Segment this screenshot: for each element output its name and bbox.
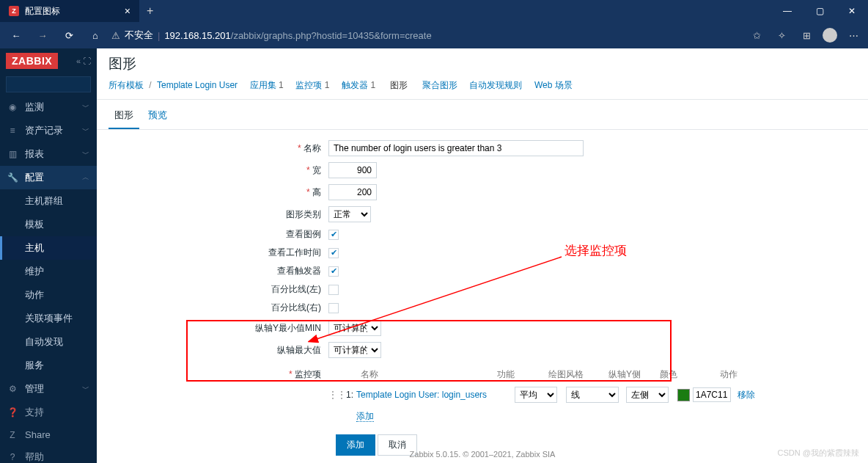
security-label: 不安全 [125, 29, 153, 42]
nav-inventory[interactable]: ≡资产记录﹀ [0, 119, 97, 142]
page-title: 图形 [108, 54, 856, 73]
nav-support[interactable]: ❓支持 [0, 401, 97, 424]
sidebar-item-discovery[interactable]: 自动发现 [0, 330, 97, 354]
sidebar-item-hostgroups[interactable]: 主机群组 [0, 189, 97, 213]
bc-items[interactable]: 监控项 1 [295, 80, 329, 90]
type-select[interactable]: 正常 [328, 206, 371, 222]
triggers-checkbox[interactable]: ✔ [328, 266, 339, 277]
menu-icon[interactable]: ⋯ [845, 30, 862, 41]
collections-icon[interactable]: ✧ [773, 30, 790, 41]
list-icon: ≡ [7, 125, 18, 136]
bc-template[interactable]: Template Login User [157, 80, 238, 90]
address-bar[interactable]: ⚠ 不安全 | 192.168.15.201/zabbix/graphs.php… [111, 29, 742, 42]
label-items: 监控项 [108, 364, 328, 381]
sidebar-item-templates[interactable]: 模板 [0, 213, 97, 236]
refresh-button[interactable]: ⟳ [59, 25, 79, 45]
row-func-select[interactable]: 平均 [515, 387, 557, 403]
bc-web[interactable]: Web 场景 [534, 80, 573, 90]
remove-link[interactable]: 移除 [738, 390, 755, 400]
tab-graph[interactable]: 图形 [108, 104, 139, 129]
forward-button: → [32, 25, 53, 45]
window-controls: — ▢ ✕ [771, 0, 868, 22]
tab-preview[interactable]: 预览 [142, 104, 173, 128]
favorites-icon[interactable]: ✩ [748, 30, 765, 41]
minimize-button[interactable]: — [771, 0, 803, 22]
ymax-select[interactable]: 可计算的 [328, 342, 381, 358]
content: 图形 所有模板 / Template Login User 应用集 1 监控项 … [97, 48, 868, 463]
bc-triggers[interactable]: 触发器 1 [342, 80, 375, 90]
footer: Zabbix 5.0.15. © 2001–2021, Zabbix SIA [97, 445, 868, 463]
item-link[interactable]: Template Login User: login_users [356, 390, 515, 400]
tab-title: 配置图标 [25, 5, 60, 18]
chart-icon: ▥ [7, 149, 18, 159]
label-height: 高 [108, 186, 328, 199]
sidebar-collapse-icon[interactable]: «⛶ [76, 56, 91, 65]
width-input[interactable] [328, 162, 377, 178]
back-button[interactable]: ← [6, 25, 26, 45]
label-pleft: 百分比线(左) [108, 283, 328, 296]
chevron-down-icon: ﹀ [82, 149, 89, 159]
sidebar-item-maintenance[interactable]: 维护 [0, 260, 97, 283]
new-tab-button[interactable]: + [139, 4, 161, 18]
chevron-down-icon: ﹀ [82, 125, 89, 136]
tab-bar: 图形 预览 [97, 100, 868, 130]
label-width: 宽 [108, 164, 328, 177]
logo[interactable]: ZABBIX [6, 53, 58, 69]
drag-handle-icon[interactable]: ⋮⋮ [328, 390, 342, 400]
home-button[interactable]: ⌂ [85, 25, 106, 45]
add-item-link[interactable]: 添加 [356, 411, 374, 422]
nav-monitoring[interactable]: ◉监测﹀ [0, 95, 97, 119]
eye-icon: ◉ [7, 102, 18, 112]
label-type: 图形类别 [108, 208, 328, 221]
bc-aggregate[interactable]: 聚合图形 [422, 80, 457, 90]
gear-icon: ⚙ [7, 384, 18, 394]
form: 名称 宽 高 图形类别 正常 查看图例 ✔ 查看工作时间 ✔ [97, 130, 868, 463]
worktime-checkbox[interactable]: ✔ [328, 248, 339, 258]
height-input[interactable] [328, 184, 377, 200]
row-axis-select[interactable]: 左侧 [626, 387, 669, 403]
wrench-icon: 🔧 [7, 172, 18, 183]
name-input[interactable] [328, 140, 584, 156]
nav-share[interactable]: ZShare [0, 424, 97, 445]
sidebar-item-correlation[interactable]: 关联项事件 [0, 307, 97, 330]
annotation-label: 选择监控项 [564, 242, 627, 259]
sidebar-search[interactable]: ⌕ [6, 76, 91, 92]
label-triggers: 查看触发器 [108, 265, 328, 277]
pright-checkbox[interactable] [328, 303, 339, 313]
close-button[interactable]: ✕ [836, 0, 868, 22]
ymin-select[interactable]: 可计算的 [328, 320, 381, 336]
sidebar-item-services[interactable]: 服务 [0, 354, 97, 377]
color-swatch[interactable] [677, 389, 690, 401]
nav-config[interactable]: 🔧配置︿ [0, 166, 97, 189]
chevron-down-icon: ﹀ [82, 102, 89, 112]
help-icon: ? [7, 452, 18, 462]
nav-reports[interactable]: ▥报表﹀ [0, 142, 97, 166]
col-axis: 纵轴Y侧 [608, 368, 660, 381]
sidebar-item-actions[interactable]: 动作 [0, 283, 97, 307]
watermark: CSDN @我的紫霞辣辣 [778, 448, 859, 459]
bc-apps[interactable]: 应用集 1 [250, 80, 284, 90]
sidebar-item-hosts[interactable]: 主机 [0, 236, 97, 260]
nav-help[interactable]: ?帮助 [0, 445, 97, 463]
extensions-icon[interactable]: ⊞ [798, 30, 815, 41]
legend-checkbox[interactable]: ✔ [328, 230, 339, 240]
col-style: 绘图风格 [548, 368, 608, 381]
col-act: 动作 [720, 368, 757, 381]
bc-discovery[interactable]: 自动发现规则 [469, 80, 522, 90]
browser-toolbar: ← → ⟳ ⌂ ⚠ 不安全 | 192.168.15.201/zabbix/gr… [0, 22, 868, 48]
chevron-down-icon: ﹀ [82, 384, 89, 394]
pleft-checkbox[interactable] [328, 285, 339, 295]
maximize-button[interactable]: ▢ [803, 0, 836, 22]
chevron-up-icon: ︿ [82, 172, 89, 183]
nav-admin[interactable]: ⚙管理﹀ [0, 377, 97, 401]
col-func: 功能 [497, 368, 548, 381]
items-table-head: 名称 功能 绘图风格 纵轴Y侧 颜色 动作 [328, 364, 774, 384]
row-style-select[interactable]: 线 [566, 387, 619, 403]
tab-close-icon[interactable]: × [125, 5, 130, 17]
bc-all-templates[interactable]: 所有模板 [108, 80, 144, 90]
browser-tab[interactable]: Z 配置图标 × [0, 0, 139, 22]
label-legend: 查看图例 [108, 228, 328, 241]
color-input[interactable] [693, 387, 731, 402]
row-index: 1: [342, 390, 356, 400]
profile-avatar[interactable] [823, 28, 837, 43]
